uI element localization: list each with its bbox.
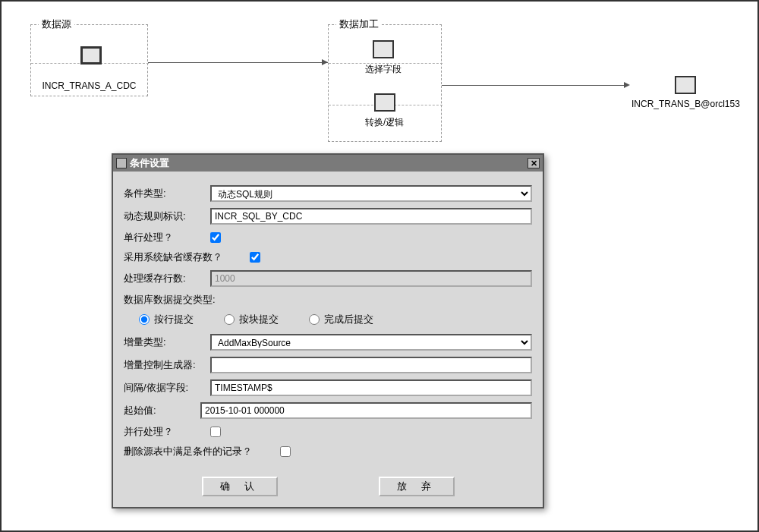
- select-incr-type[interactable]: AddMaxBySource: [210, 334, 532, 351]
- dialog-titlebar[interactable]: 条件设置 ✕: [113, 155, 543, 172]
- node-box-icon: [675, 76, 696, 94]
- checkbox-parallel[interactable]: [210, 427, 221, 437]
- radio-commit-block-label: 按块提交: [239, 313, 279, 326]
- node-select-fields-label: 选择字段: [365, 63, 402, 76]
- label-start-value: 起始值:: [124, 404, 196, 417]
- checkbox-single-row[interactable]: [210, 232, 221, 243]
- radio-commit-row[interactable]: [139, 314, 150, 325]
- close-button[interactable]: ✕: [528, 158, 540, 168]
- node-box-icon: [373, 40, 394, 58]
- app-icon: [116, 158, 127, 168]
- node-source-box: [80, 46, 102, 65]
- node-transform[interactable]: 转换/逻辑: [365, 93, 404, 129]
- label-parallel: 并行处理？: [124, 425, 206, 439]
- connector: [148, 62, 328, 63]
- label-cache-rows: 处理缓存行数:: [124, 272, 206, 285]
- cancel-button[interactable]: 放 弃: [379, 477, 455, 496]
- node-target-label: INCR_TRANS_B@orcl153: [631, 99, 740, 109]
- dialog-body: 条件类型: 动态SQL规则 动态规则标识: 单行处理？ 采用系统缺省缓存数？ 处…: [113, 172, 543, 469]
- node-source[interactable]: [65, 46, 117, 65]
- arrowhead-icon: [322, 59, 328, 65]
- label-incr-gen: 增量控制生成器:: [124, 358, 206, 372]
- diagram-canvas: 数据源 INCR_TRANS_A_CDC 数据加工 选择字段 转换/逻辑 INC…: [2, 2, 757, 530]
- checkbox-delete-src[interactable]: [280, 446, 291, 457]
- connector: [442, 85, 628, 86]
- radio-commit-after[interactable]: [309, 314, 320, 325]
- input-interval-field[interactable]: [210, 379, 532, 396]
- label-interval-field: 间隔/依据字段:: [124, 381, 206, 395]
- label-sys-cache: 采用系统缺省缓存数？: [124, 250, 245, 264]
- node-box-icon: [374, 93, 395, 112]
- select-cond-type[interactable]: 动态SQL规则: [210, 185, 532, 202]
- node-transform-label: 转换/逻辑: [365, 116, 404, 129]
- radio-commit-block[interactable]: [224, 314, 235, 325]
- group-processing: 数据加工 选择字段 转换/逻辑: [328, 24, 442, 142]
- label-delete-src: 删除源表中满足条件的记录？: [124, 445, 276, 458]
- checkbox-sys-cache[interactable]: [250, 252, 260, 263]
- group-processing-legend: 数据加工: [336, 17, 382, 31]
- label-incr-type: 增量类型:: [124, 335, 206, 349]
- dialog-button-bar: 确 认 放 弃: [113, 469, 543, 507]
- input-incr-gen[interactable]: [210, 357, 532, 373]
- dialog-title: 条件设置: [130, 156, 169, 170]
- radio-commit-row-label: 按行提交: [154, 313, 194, 326]
- label-cond-type: 条件类型:: [124, 187, 206, 200]
- label-single-row: 单行处理？: [124, 231, 206, 244]
- radio-commit-after-label: 完成后提交: [324, 313, 373, 326]
- label-rule-id: 动态规则标识:: [124, 209, 206, 223]
- input-rule-id[interactable]: [210, 208, 532, 225]
- arrowhead-icon: [624, 82, 630, 88]
- input-start-value[interactable]: [200, 402, 532, 419]
- ok-button[interactable]: 确 认: [202, 477, 278, 496]
- label-commit-type: 数据库数据提交类型:: [124, 293, 245, 307]
- dialog-condition-settings: 条件设置 ✕ 条件类型: 动态SQL规则 动态规则标识: 单行处理？ 采用系统缺…: [112, 153, 544, 508]
- node-source-label: INCR_TRANS_A_CDC: [31, 80, 147, 91]
- node-select-fields[interactable]: 选择字段: [365, 40, 402, 76]
- input-cache-rows: [210, 270, 532, 287]
- node-target[interactable]: INCR_TRANS_B@orcl153: [631, 76, 740, 109]
- group-datasource: 数据源 INCR_TRANS_A_CDC: [30, 24, 148, 96]
- group-datasource-legend: 数据源: [39, 17, 74, 31]
- radio-group-commit: 按行提交 按块提交 完成后提交: [124, 313, 532, 326]
